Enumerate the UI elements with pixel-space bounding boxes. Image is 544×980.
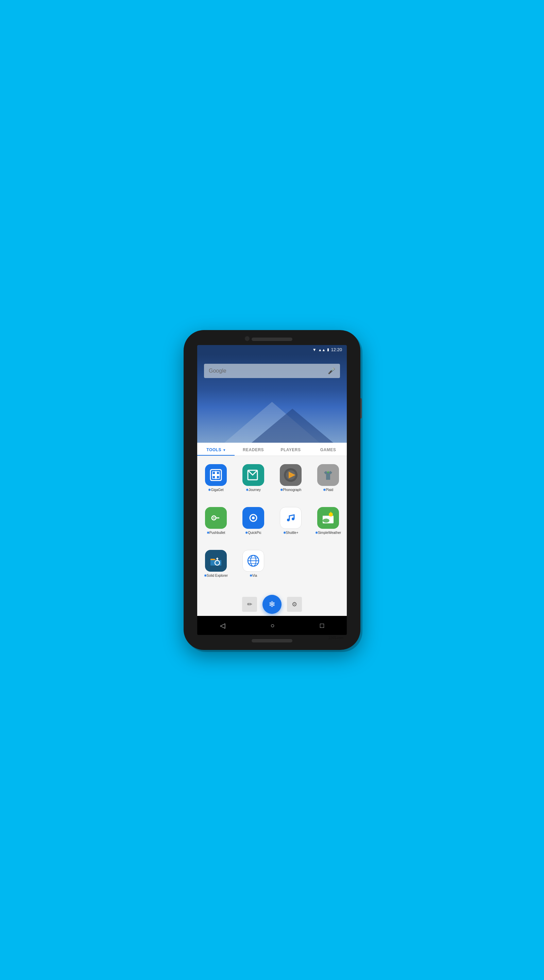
signal-icon: ▲▲ (318, 348, 326, 352)
tab-games[interactable]: GAMES (309, 443, 347, 456)
front-camera (245, 336, 249, 341)
svg-point-24 (292, 517, 295, 520)
tab-tools[interactable]: TOOLS ▾ (197, 443, 235, 456)
svg-point-18 (213, 517, 214, 519)
battery-icon: ▮ (327, 347, 329, 352)
fab-area: ✏ ❄ ⚙ (197, 592, 347, 616)
journey-icon (243, 464, 264, 486)
phonograph-label: ✱Phonograph (280, 488, 301, 492)
tab-readers[interactable]: READERS (235, 443, 272, 456)
speaker-top (252, 337, 292, 341)
svg-rect-4 (217, 472, 219, 474)
tab-players[interactable]: PLAYERS (272, 443, 309, 456)
category-tabs: TOOLS ▾ READERS PLAYERS GAMES (197, 443, 347, 456)
wallpaper-diamond2 (252, 409, 333, 443)
svg-point-23 (287, 519, 290, 521)
home-button[interactable]: ○ (270, 622, 274, 630)
quickpic-icon (243, 507, 264, 529)
snowflake-icon: ❄ (269, 600, 275, 609)
plaid-icon (317, 464, 339, 486)
svg-rect-22 (283, 511, 298, 525)
settings-button[interactable]: ⚙ (287, 597, 302, 612)
snowflake-fab-button[interactable]: ❄ (262, 595, 282, 614)
journey-label: ✱Journey (246, 488, 261, 492)
dropdown-arrow-icon: ▾ (222, 448, 225, 452)
app-solidexplorer[interactable]: ✱Solid Explorer (197, 545, 235, 588)
plaid-label: ✱Plaid (323, 488, 333, 492)
app-via[interactable]: ✱Via (235, 545, 272, 588)
svg-point-29 (329, 512, 333, 517)
pushbullet-label: ✱Pushbullet (207, 531, 225, 535)
status-icons: ▼ ▲▲ ▮ 12:20 (312, 347, 342, 352)
svg-rect-25 (292, 515, 293, 515)
wifi-icon: ▼ (312, 347, 317, 352)
solidexplorer-icon (205, 550, 227, 572)
svg-point-21 (252, 517, 255, 519)
wallpaper: Google 🎤 (197, 354, 347, 443)
svg-rect-6 (217, 476, 219, 479)
phone-device: ▼ ▲▲ ▮ 12:20 Google 🎤 TOOLS ▾ (184, 330, 360, 650)
gigaget-label: ✱GigaGet (208, 488, 224, 492)
search-bar[interactable]: Google 🎤 (204, 364, 340, 378)
navigation-bar: ◁ ○ □ (197, 616, 347, 635)
svg-point-31 (323, 519, 330, 523)
app-phonograph[interactable]: ✱Phonograph (272, 460, 309, 502)
microphone-icon[interactable]: 🎤 (328, 367, 335, 375)
phonograph-icon (280, 464, 301, 486)
quickpic-label: ✱QuickPic (245, 531, 261, 535)
gigaget-icon (205, 464, 227, 486)
solidexplorer-label: ✱Solid Explorer (204, 574, 228, 578)
svg-rect-5 (213, 476, 215, 479)
app-shuttle[interactable]: ✱Shuttle+ (272, 502, 309, 545)
shuttle-label: ✱Shuttle+ (283, 531, 298, 535)
status-bar: ▼ ▲▲ ▮ 12:20 (197, 345, 347, 354)
watermark: 2265.com (328, 636, 343, 640)
via-label: ✱Via (249, 574, 257, 578)
app-grid: ✱GigaGet ✱Journey (197, 456, 347, 592)
svg-rect-3 (213, 472, 215, 474)
app-plaid[interactable]: ✱Plaid (309, 460, 347, 502)
app-gigaget[interactable]: ✱GigaGet (197, 460, 235, 502)
app-journey[interactable]: ✱Journey (235, 460, 272, 502)
back-icon: ◁ (220, 622, 225, 629)
speaker-bottom (252, 639, 292, 643)
edit-icon: ✏ (247, 601, 252, 608)
pushbullet-icon (205, 507, 227, 529)
recents-button[interactable]: □ (320, 622, 324, 630)
back-button[interactable]: ◁ (220, 621, 225, 630)
recents-icon: □ (320, 622, 324, 629)
app-simpleweather[interactable]: ✱SimpleWeather (309, 502, 347, 545)
app-pushbullet[interactable]: ✱Pushbullet (197, 502, 235, 545)
power-button[interactable] (360, 398, 362, 418)
edit-button[interactable]: ✏ (242, 597, 257, 612)
phone-screen: ▼ ▲▲ ▮ 12:20 Google 🎤 TOOLS ▾ (197, 345, 347, 635)
home-icon: ○ (270, 622, 274, 629)
simpleweather-icon (317, 507, 339, 529)
app-drawer: TOOLS ▾ READERS PLAYERS GAMES (197, 443, 347, 616)
via-icon (243, 550, 264, 572)
settings-icon: ⚙ (292, 601, 297, 608)
search-label: Google (209, 368, 324, 374)
shuttle-icon (280, 507, 301, 529)
status-time: 12:20 (331, 347, 342, 352)
simpleweather-label: ✱SimpleWeather (315, 531, 341, 535)
app-quickpic[interactable]: ✱QuickPic (235, 502, 272, 545)
